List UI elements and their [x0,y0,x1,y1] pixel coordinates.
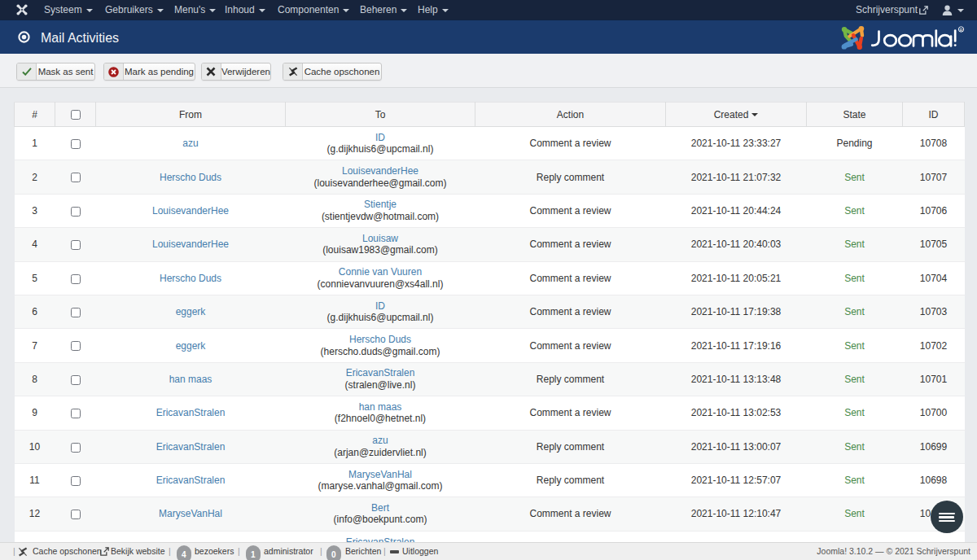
svg-text:R: R [960,28,963,33]
